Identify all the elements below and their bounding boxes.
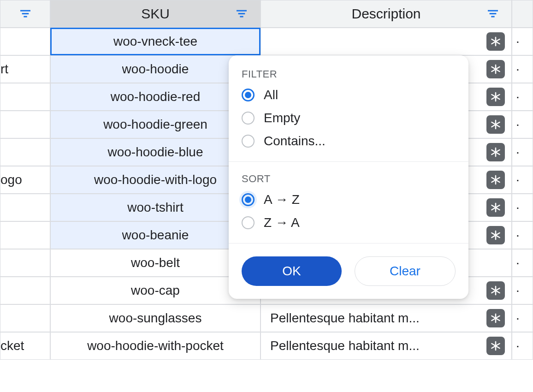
cell-text: woo-vneck-tee [113,34,197,49]
cell-prev-col[interactable] [0,221,50,249]
cell-text: woo-hoodie-with-logo [94,172,217,187]
radio-label: All [264,88,278,102]
radio-icon [242,89,255,101]
filter-radio-group: AllEmptyContains... [242,88,456,148]
cell-next-col[interactable]: · [512,194,533,221]
radio-label: Empty [264,111,300,125]
cell-text: woo-hoodie-green [103,117,207,132]
cell-text: Pellentesque habitant m... [270,339,481,353]
asterisk-icon[interactable] [486,226,505,244]
cell-text: Pellentesque habitant m... [270,311,481,326]
asterisk-icon[interactable] [486,32,505,51]
column-header-prev[interactable] [0,0,50,28]
cell-next-col[interactable]: · [512,83,533,111]
filter-option[interactable]: Contains... [242,134,456,148]
cell-text: woo-hoodie [122,62,189,77]
sort-section-title: SORT [242,173,456,185]
svg-rect-8 [491,16,494,18]
column-header-sku[interactable]: SKU [50,0,261,28]
asterisk-icon[interactable] [486,171,505,189]
svg-rect-6 [488,10,498,12]
cell-prev-col[interactable] [0,111,50,138]
radio-icon [242,216,255,229]
cell-text: woo-hoodie-red [111,89,201,104]
asterisk-icon[interactable] [486,309,505,327]
svg-rect-0 [20,10,30,12]
filter-sort-popover: FILTER AllEmptyContains... SORT A → ZZ →… [229,55,468,299]
cell-prev-col[interactable] [0,194,50,221]
cell-next-col[interactable]: · [512,277,533,304]
svg-rect-5 [240,16,243,18]
clear-button[interactable]: Clear [355,256,456,286]
svg-rect-1 [22,13,29,14]
filter-icon[interactable] [20,8,31,19]
cell-prev-col[interactable]: ogo [0,166,50,194]
asterisk-icon[interactable] [486,143,505,161]
radio-label: Z → A [264,215,300,230]
filter-icon[interactable] [487,8,498,19]
svg-rect-4 [238,13,245,14]
popover-footer: OK Clear [242,256,456,286]
filter-section-title: FILTER [242,68,456,80]
popover-footer-divider [229,243,468,244]
svg-rect-2 [24,16,27,18]
cell-prev-col[interactable] [0,277,50,304]
svg-rect-7 [490,13,497,14]
cell-text: woo-beanie [122,228,189,243]
cell-next-col[interactable]: · [512,332,533,360]
cell-sku[interactable]: woo-hoodie-with-pocket [50,332,261,360]
asterisk-icon[interactable] [486,60,505,78]
cell-sku[interactable]: woo-vneck-tee [50,28,261,55]
cell-next-col[interactable]: · [512,28,533,55]
radio-label: Contains... [264,134,326,148]
filter-icon[interactable] [236,8,247,19]
cell-prev-col[interactable]: rt [0,55,50,83]
sort-radio-group: A → ZZ → A [242,192,456,230]
svg-rect-3 [237,10,247,12]
asterisk-icon[interactable] [486,281,505,300]
column-header-label: SKU [51,6,260,22]
popover-divider [229,161,468,162]
cell-description[interactable]: Pellentesque habitant m... [261,332,512,360]
cell-text: woo-hoodie-with-pocket [87,339,224,353]
cell-text: woo-tshirt [127,200,183,215]
cell-sku[interactable]: woo-sunglasses [50,304,261,332]
asterisk-icon[interactable] [486,337,505,355]
cell-prev-col[interactable] [0,28,50,55]
asterisk-icon[interactable] [486,88,505,106]
filter-option[interactable]: Empty [242,111,456,125]
cell-next-col[interactable]: · [512,111,533,138]
ok-button[interactable]: OK [242,256,342,286]
cell-prev-col[interactable] [0,304,50,332]
cell-prev-col[interactable] [0,138,50,166]
column-header-label: Description [261,6,511,22]
column-header-next[interactable] [512,0,533,28]
radio-label: A → Z [264,192,300,207]
cell-text: woo-sunglasses [109,311,202,326]
asterisk-icon[interactable] [486,198,505,217]
cell-text: woo-cap [131,283,180,298]
cell-prev-col[interactable]: cket [0,332,50,360]
cell-next-col[interactable]: · [512,138,533,166]
cell-prev-col[interactable] [0,249,50,277]
cell-next-col[interactable]: · [512,304,533,332]
filter-option[interactable]: All [242,88,456,102]
cell-next-col[interactable]: · [512,166,533,194]
radio-icon [242,135,255,148]
radio-icon [242,112,255,125]
column-header-description[interactable]: Description [261,0,512,28]
cell-prev-col[interactable] [0,83,50,111]
cell-text: woo-belt [131,255,180,270]
cell-next-col[interactable]: · [512,249,533,277]
cell-description[interactable] [261,28,512,55]
radio-icon [242,193,255,206]
asterisk-icon[interactable] [486,115,505,134]
cell-text: woo-hoodie-blue [107,145,203,160]
cell-next-col[interactable]: · [512,221,533,249]
sort-option[interactable]: Z → A [242,215,456,230]
cell-next-col[interactable]: · [512,55,533,83]
cell-description[interactable]: Pellentesque habitant m... [261,304,512,332]
sort-option[interactable]: A → Z [242,192,456,207]
